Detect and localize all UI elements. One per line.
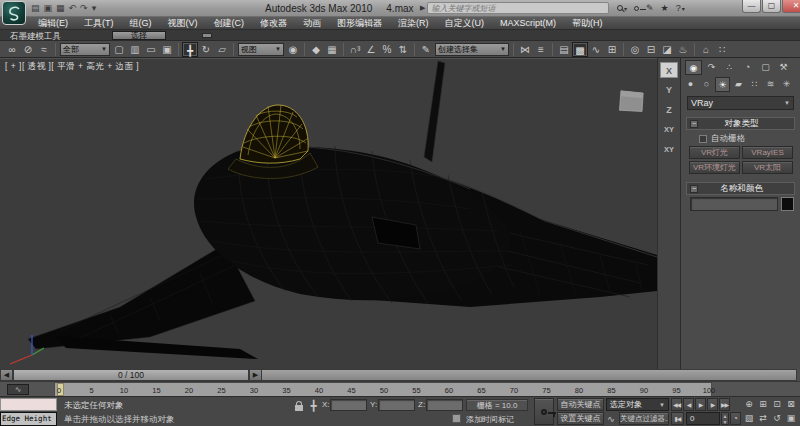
select-and-move-icon[interactable]: ╋ (182, 42, 198, 57)
close-button[interactable]: ✕ (782, 0, 800, 13)
curve-editor-icon[interactable]: ∿ (588, 42, 604, 57)
zoom-all-button[interactable]: ⊞ (756, 398, 770, 411)
menu-item[interactable]: 工具(T) (76, 17, 122, 30)
app-logo-icon[interactable] (2, 1, 26, 25)
zoom-extents-button[interactable]: ⊡ (770, 398, 784, 411)
graphite-ribbon-toggle-icon[interactable]: ▩ (572, 42, 588, 57)
object-type-button[interactable]: VR环境灯光 (689, 161, 740, 174)
systems-category-icon[interactable]: ✳ (779, 77, 794, 92)
bind-to-space-warp-icon[interactable]: ≈ (36, 42, 52, 57)
maximize-button[interactable]: ▢ (762, 0, 781, 13)
space-warps-category-icon[interactable]: ≋ (763, 77, 778, 92)
add-time-tag-button[interactable]: 添加时间标记 (466, 414, 514, 425)
ribbon-minimize-icon[interactable] (202, 33, 212, 38)
previous-frame-arrow[interactable]: ◀ (0, 369, 13, 381)
maxscript-listener-line[interactable]: Edge Height 0.0 (0, 412, 57, 426)
menu-item[interactable]: 创建(C) (206, 17, 253, 30)
axis-constraint-y-button[interactable]: Y (660, 82, 678, 98)
field-of-view-button[interactable]: ▧ (742, 412, 756, 425)
minimize-button[interactable]: — (742, 0, 761, 13)
create-tab-icon[interactable]: ◉ (685, 60, 702, 75)
render-production-icon[interactable]: ♨ (675, 42, 691, 57)
next-frame-button[interactable]: ▶ (707, 398, 718, 411)
mirror-icon[interactable]: ⋈ (517, 42, 533, 57)
default-tangent-icon[interactable]: ∿ (605, 413, 617, 425)
previous-frame-button[interactable]: ◀ (683, 398, 694, 411)
select-and-link-icon[interactable]: ∞ (4, 42, 20, 57)
axis-constraint-xy-flyout-button[interactable]: XY (660, 142, 678, 158)
percent-snap-icon[interactable]: % (379, 42, 395, 57)
object-type-rollout[interactable]: − 对象类型 (686, 117, 795, 130)
selection-lock-toggle[interactable] (292, 400, 305, 412)
object-type-button[interactable]: VR太阳 (742, 161, 793, 174)
lights-category-icon[interactable]: ☀ (715, 77, 730, 92)
spinner-snap-icon[interactable]: ⇅ (395, 42, 411, 57)
select-and-scale-icon[interactable]: ▱ (214, 42, 230, 57)
menu-item[interactable]: 图形编辑器 (329, 17, 390, 30)
menu-item[interactable]: 渲染(R) (390, 17, 437, 30)
track-bar-ruler[interactable]: 0510152025303540455055606570758085909510… (54, 382, 712, 397)
geometry-category-icon[interactable]: ● (683, 77, 698, 92)
key-filter-dropdown[interactable]: 选定对象 ▼ (606, 398, 669, 411)
current-frame-field[interactable]: 0 (686, 412, 720, 425)
autogrid-checkbox[interactable] (699, 135, 707, 143)
pen-icon[interactable]: ✎ (646, 3, 654, 13)
next-frame-arrow[interactable]: ▶ (249, 369, 262, 381)
motion-tab-icon[interactable]: ◔ (739, 60, 756, 75)
select-and-rotate-icon[interactable]: ↻ (198, 42, 214, 57)
viewport-label[interactable]: [ + ][ 透视 ][ 平滑 + 高光 + 边面 ] (5, 61, 139, 73)
menu-item[interactable]: 组(G) (122, 17, 160, 30)
menu-item[interactable]: 编辑(E) (30, 17, 76, 30)
selection-filter-dropdown[interactable]: 全部▼ (60, 43, 110, 56)
rendered-frame-window-icon[interactable]: ◪ (659, 42, 675, 57)
select-by-name-icon[interactable]: ▥ (127, 42, 143, 57)
mini-curve-editor-button[interactable]: ∿ (7, 384, 29, 395)
qat-more-icon[interactable]: ▾ (92, 3, 97, 13)
toolbar-extra-a-icon[interactable]: ⌂ (698, 42, 714, 57)
keyboard-override-icon[interactable]: ▦ (324, 42, 340, 57)
search-expander-icon[interactable]: ▶ (420, 4, 425, 12)
utilities-tab-icon[interactable]: ⚒ (775, 60, 792, 75)
menu-item[interactable]: 自定义(U) (437, 17, 493, 30)
axis-constraint-z-button[interactable]: Z (660, 102, 678, 118)
x-coordinate-field[interactable] (330, 399, 367, 411)
window-crossing-icon[interactable]: ▣ (159, 42, 175, 57)
selection-tab[interactable]: 选择 (112, 31, 166, 40)
maxscript-mini-listener[interactable] (0, 398, 57, 411)
axis-constraint-x-button[interactable]: X (660, 62, 678, 78)
set-key-button[interactable]: 设置关键点 (557, 412, 604, 425)
zoom-extents-all-button[interactable]: ⊠ (784, 398, 798, 411)
perspective-viewport[interactable]: [ + ][ 透视 ][ 平滑 + 高光 + 边面 ] (0, 58, 657, 369)
material-editor-icon[interactable]: ◎ (627, 42, 643, 57)
schematic-view-icon[interactable]: ⊞ (604, 42, 620, 57)
frame-spinner[interactable]: ▲▼ (721, 412, 729, 425)
z-coordinate-field[interactable] (426, 399, 463, 411)
light-type-dropdown[interactable]: VRay ▼ (687, 96, 794, 110)
cameras-category-icon[interactable]: ▰ (731, 77, 746, 92)
search-input[interactable] (427, 2, 609, 14)
layer-manager-icon[interactable]: ▤ (556, 42, 572, 57)
time-slider-track[interactable] (262, 369, 797, 381)
time-tag-checkbox[interactable] (452, 414, 461, 423)
toolbar-extra-b-icon[interactable]: ∷ (714, 42, 730, 57)
undo-icon[interactable]: ↶ (69, 3, 77, 13)
select-and-manipulate-icon[interactable]: ◆ (308, 42, 324, 57)
key-filters-button[interactable]: 关键点过滤器... (619, 412, 669, 425)
use-pivot-center-icon[interactable]: ◉ (285, 42, 301, 57)
render-setup-icon[interactable]: ⊟ (643, 42, 659, 57)
angle-snap-icon[interactable]: ∠ (363, 42, 379, 57)
help-icon[interactable]: ?▾ (676, 3, 685, 13)
hierarchy-tab-icon[interactable]: ∴ (721, 60, 738, 75)
axis-constraint-xy-button[interactable]: XY (660, 122, 678, 138)
object-type-button[interactable]: VR灯光 (689, 146, 740, 159)
unlink-selection-icon[interactable]: ⊘ (20, 42, 36, 57)
menu-item[interactable]: MAXScript(M) (492, 18, 564, 28)
modify-tab-icon[interactable]: ↷ (703, 60, 720, 75)
edit-named-selection-sets-icon[interactable]: ✎ (418, 42, 434, 57)
object-type-button[interactable]: VRayIES (742, 146, 793, 159)
snap-toggle-3d-icon[interactable]: ∩³ (347, 42, 363, 57)
menu-item[interactable]: 帮助(H) (564, 17, 611, 30)
display-tab-icon[interactable]: ▢ (757, 60, 774, 75)
play-button[interactable]: ▶ (695, 398, 706, 411)
zoom-button[interactable]: ⊕ (742, 398, 756, 411)
